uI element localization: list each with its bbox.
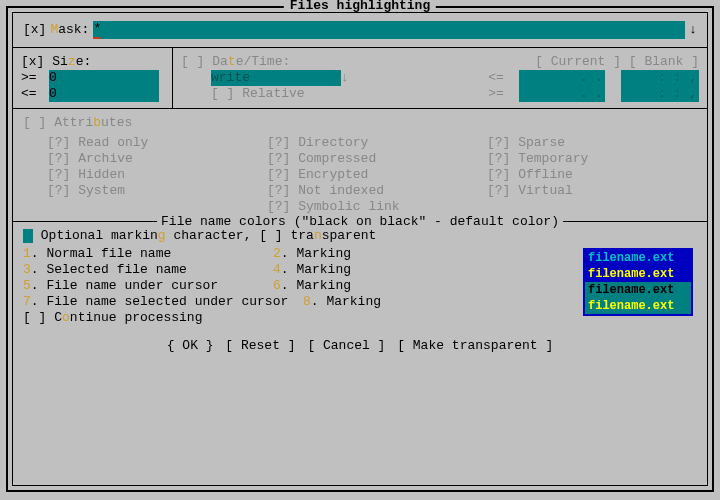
datetime-section: [ ] Date/Time: write↓ [ ] Relative [ Cur… (173, 48, 707, 109)
reset-button[interactable]: [ Reset ] (223, 338, 297, 353)
attributes-section: [ ] Attributes [?] Read only [?] Archive… (13, 109, 707, 219)
size-le-label: <= (21, 86, 49, 102)
attr-hidden[interactable]: [?] Hidden (47, 167, 257, 183)
date-le-time[interactable]: : : , (621, 70, 699, 86)
date-le-label: <= (488, 70, 504, 85)
marking-row: Optional marking character, [ ] transpar… (23, 228, 697, 244)
mask-checkbox[interactable]: [x] (23, 22, 46, 38)
date-ge-date[interactable]: . . (519, 86, 605, 102)
date-ge-label: >= (488, 86, 504, 101)
color-selected[interactable]: . Selected file name (31, 262, 187, 277)
size-le-input[interactable]: 0 (49, 86, 159, 102)
color-preview: filename.ext filename.ext filename.ext f… (583, 248, 693, 316)
size-checkbox[interactable]: [x] (21, 54, 44, 69)
attrs-col1: [?] Read only [?] Archive [?] Hidden [?]… (23, 135, 257, 215)
color-marking-2[interactable]: . Marking (281, 246, 351, 261)
color-marking-8[interactable]: . Marking (311, 294, 381, 309)
attr-archive[interactable]: [?] Archive (47, 151, 257, 167)
mask-dropdown-icon[interactable]: ↓ (689, 22, 697, 38)
mask-row: [x] Mask: *↓ (13, 13, 707, 48)
color-marking-6[interactable]: . Marking (281, 278, 351, 293)
ok-button[interactable]: { OK } (165, 338, 216, 353)
relative-checkbox[interactable]: [ ] (211, 86, 234, 101)
attr-offline[interactable]: [?] Offline (487, 167, 697, 183)
date-ge-time[interactable]: : : , (621, 86, 699, 102)
colors-section: File name colors ("black on black" - def… (13, 221, 707, 330)
attr-directory[interactable]: [?] Directory (267, 135, 477, 151)
size-section: [x] Size: >= 0 <= 0 (13, 48, 173, 109)
blank-button[interactable]: [ Blank ] (629, 54, 699, 69)
color-selected-cursor[interactable]: . File name selected under cursor (31, 294, 288, 309)
make-transparent-button[interactable]: [ Make transparent ] (395, 338, 555, 353)
mask-label: Mask: (50, 22, 89, 38)
attr-notindexed[interactable]: [?] Not indexed (267, 183, 477, 199)
attr-system[interactable]: [?] System (47, 183, 257, 199)
dialog-inner-frame: [x] Mask: *↓ [x] Size: >= 0 <= 0 (12, 12, 708, 486)
size-label: Size: (52, 54, 91, 69)
color-cursor[interactable]: . File name under cursor (31, 278, 218, 293)
preview-normal: filename.ext (585, 250, 691, 266)
attr-symlink[interactable]: [?] Symbolic link (267, 199, 477, 215)
attr-readonly[interactable]: [?] Read only (47, 135, 257, 151)
colors-title: File name colors ("black on black" - def… (157, 214, 563, 230)
preview-selected: filename.ext (585, 266, 691, 282)
size-date-row: [x] Size: >= 0 <= 0 [ ] Date/Time: (13, 48, 707, 109)
size-ge-label: >= (21, 70, 49, 86)
color-marking-4[interactable]: . Marking (281, 262, 351, 277)
preview-cursor: filename.ext (585, 282, 691, 298)
relative-label: Relative (242, 86, 304, 101)
attr-sparse[interactable]: [?] Sparse (487, 135, 697, 151)
dialog-outer-frame: Files highlighting [x] Mask: *↓ [x] Size… (6, 6, 714, 492)
datetime-dropdown-icon[interactable]: ↓ (341, 70, 349, 85)
button-bar: { OK } [ Reset ] [ Cancel ] [ Make trans… (13, 330, 707, 358)
mask-input[interactable]: * (93, 21, 685, 39)
preview-selected-cursor: filename.ext (585, 298, 691, 314)
attr-virtual[interactable]: [?] Virtual (487, 183, 697, 199)
attributes-checkbox[interactable]: [ ] (23, 115, 46, 130)
attrs-col3: [?] Sparse [?] Temporary [?] Offline [?]… (487, 135, 697, 215)
color-normal[interactable]: . Normal file name (31, 246, 171, 261)
attr-compressed[interactable]: [?] Compressed (267, 151, 477, 167)
date-le-date[interactable]: . . (519, 70, 605, 86)
attr-temporary[interactable]: [?] Temporary (487, 151, 697, 167)
datetime-checkbox[interactable]: [ ] (181, 54, 204, 69)
continue-checkbox[interactable]: [ ] (23, 310, 46, 325)
datetime-label: Date/Time: (212, 54, 290, 69)
cancel-button[interactable]: [ Cancel ] (305, 338, 387, 353)
size-ge-input[interactable]: 0 (49, 70, 159, 86)
attr-encrypted[interactable]: [?] Encrypted (267, 167, 477, 183)
attrs-col2: [?] Directory [?] Compressed [?] Encrypt… (267, 135, 477, 215)
marking-char-box[interactable] (23, 229, 33, 243)
datetime-type-input[interactable]: write (211, 70, 341, 86)
attributes-label: Attributes (54, 115, 132, 130)
current-button[interactable]: [ Current ] (535, 54, 621, 69)
